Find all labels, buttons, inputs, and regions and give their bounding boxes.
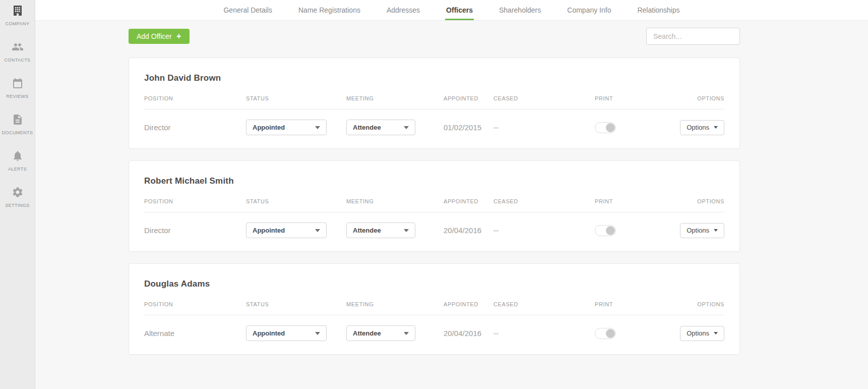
meeting-dropdown[interactable]: Attendee bbox=[346, 120, 415, 135]
document-icon bbox=[12, 113, 24, 126]
calendar-icon bbox=[12, 77, 24, 90]
status-dropdown[interactable]: Appointed bbox=[246, 120, 327, 135]
chevron-down-icon bbox=[714, 332, 718, 335]
meeting-dropdown[interactable]: Attendee bbox=[346, 223, 415, 238]
sidebar-item-alerts[interactable]: ALERTS bbox=[0, 149, 35, 186]
options-button[interactable]: Options bbox=[680, 120, 724, 135]
tab-relationships[interactable]: Relationships bbox=[636, 0, 680, 20]
column-header-status: STATUS bbox=[246, 95, 346, 101]
officer-row: Director Appointed Attendee 01/02/2015 -… bbox=[144, 109, 724, 135]
chevron-down-icon bbox=[404, 126, 409, 129]
options-button[interactable]: Options bbox=[680, 223, 724, 238]
sidebar-item-label: COMPANY bbox=[6, 21, 30, 26]
tab-company-info[interactable]: Company Info bbox=[566, 0, 612, 20]
column-header-meeting: MEETING bbox=[346, 301, 444, 307]
column-header-print: PRINT bbox=[595, 301, 675, 307]
add-officer-button[interactable]: Add Officer + bbox=[129, 29, 190, 44]
ceased-value: -- bbox=[493, 226, 595, 235]
card-column-headers: POSITION STATUS MEETING APPOINTED CEASED… bbox=[144, 198, 724, 212]
officer-card: Douglas Adams POSITION STATUS MEETING AP… bbox=[129, 263, 740, 355]
options-button-label: Options bbox=[687, 227, 709, 234]
column-header-position: POSITION bbox=[144, 301, 246, 307]
sidebar-item-label: SETTINGS bbox=[5, 203, 29, 208]
chevron-down-icon bbox=[404, 332, 409, 335]
sidebar-item-reviews[interactable]: REVIEWS bbox=[0, 77, 35, 113]
toggle-knob bbox=[606, 226, 615, 235]
sidebar-item-company[interactable]: COMPANY bbox=[0, 4, 35, 40]
toggle-knob bbox=[606, 123, 615, 132]
status-dropdown-value: Appointed bbox=[253, 124, 285, 131]
tab-shareholders[interactable]: Shareholders bbox=[498, 0, 542, 20]
sidebar-item-label: REVIEWS bbox=[6, 94, 28, 99]
tab-officers[interactable]: Officers bbox=[445, 0, 474, 20]
column-header-meeting: MEETING bbox=[346, 198, 444, 204]
card-column-headers: POSITION STATUS MEETING APPOINTED CEASED… bbox=[144, 95, 724, 109]
sidebar-item-label: DOCUMENTS bbox=[2, 130, 33, 135]
position-value: Director bbox=[144, 123, 246, 132]
tab-general-details[interactable]: General Details bbox=[222, 0, 273, 20]
bell-icon bbox=[12, 149, 24, 162]
app-window: COMPANY CONTACTS REVIEWS DOCUMENTS ALERT… bbox=[0, 0, 868, 389]
column-header-meeting: MEETING bbox=[346, 95, 444, 101]
ceased-value: -- bbox=[493, 329, 595, 338]
sidebar-item-label: ALERTS bbox=[8, 166, 27, 172]
officer-card: John David Brown POSITION STATUS MEETING… bbox=[129, 58, 740, 149]
options-button-label: Options bbox=[687, 124, 709, 131]
officer-name: Douglas Adams bbox=[144, 279, 724, 289]
column-header-ceased: CEASED bbox=[493, 301, 595, 307]
appointed-date: 20/04/2016 bbox=[444, 329, 493, 338]
options-button[interactable]: Options bbox=[680, 326, 724, 341]
tab-bar: General Details Name Registrations Addre… bbox=[35, 0, 868, 21]
column-header-options: OPTIONS bbox=[697, 95, 724, 101]
column-header-print: PRINT bbox=[595, 95, 675, 101]
chevron-down-icon bbox=[714, 229, 718, 232]
people-icon bbox=[12, 40, 24, 53]
officer-name: John David Brown bbox=[144, 73, 724, 83]
position-value: Alternate bbox=[144, 329, 246, 338]
column-header-position: POSITION bbox=[144, 95, 246, 101]
meeting-dropdown-value: Attendee bbox=[353, 124, 381, 131]
print-toggle[interactable] bbox=[595, 122, 616, 133]
column-header-options: OPTIONS bbox=[697, 301, 724, 307]
appointed-date: 01/02/2015 bbox=[444, 123, 493, 132]
search-input[interactable] bbox=[646, 28, 740, 45]
chevron-down-icon bbox=[714, 126, 718, 129]
column-header-appointed: APPOINTED bbox=[444, 301, 493, 307]
meeting-dropdown-value: Attendee bbox=[353, 329, 381, 337]
column-header-options: OPTIONS bbox=[697, 198, 724, 204]
meeting-dropdown-value: Attendee bbox=[353, 227, 381, 234]
print-toggle[interactable] bbox=[595, 328, 616, 339]
status-dropdown[interactable]: Appointed bbox=[246, 325, 327, 341]
chevron-down-icon bbox=[315, 332, 320, 335]
add-officer-label: Add Officer bbox=[137, 32, 172, 40]
toolbar: Add Officer + bbox=[129, 28, 740, 45]
main-area: General Details Name Registrations Addre… bbox=[35, 0, 868, 389]
officer-card-list: John David Brown POSITION STATUS MEETING… bbox=[129, 58, 740, 355]
chevron-down-icon bbox=[404, 229, 409, 232]
sidebar-item-documents[interactable]: DOCUMENTS bbox=[0, 113, 35, 149]
column-header-position: POSITION bbox=[144, 198, 246, 204]
column-header-status: STATUS bbox=[246, 198, 346, 204]
column-header-appointed: APPOINTED bbox=[444, 95, 493, 101]
toggle-knob bbox=[606, 329, 615, 338]
chevron-down-icon bbox=[315, 126, 320, 129]
print-toggle[interactable] bbox=[595, 225, 616, 236]
options-button-label: Options bbox=[687, 329, 709, 337]
gear-icon bbox=[12, 186, 24, 199]
sidebar-item-contacts[interactable]: CONTACTS bbox=[0, 40, 35, 77]
officer-card: Robert Michael Smith POSITION STATUS MEE… bbox=[129, 160, 740, 252]
column-header-status: STATUS bbox=[246, 301, 346, 307]
ceased-value: -- bbox=[493, 123, 595, 132]
tab-name-registrations[interactable]: Name Registrations bbox=[297, 0, 361, 20]
card-column-headers: POSITION STATUS MEETING APPOINTED CEASED… bbox=[144, 301, 724, 315]
status-dropdown-value: Appointed bbox=[253, 329, 285, 337]
column-header-appointed: APPOINTED bbox=[444, 198, 493, 204]
content-area: Add Officer + John David Brown POSITION … bbox=[35, 21, 868, 389]
column-header-ceased: CEASED bbox=[493, 95, 595, 101]
status-dropdown[interactable]: Appointed bbox=[246, 223, 327, 238]
sidebar-item-settings[interactable]: SETTINGS bbox=[0, 186, 35, 222]
tab-addresses[interactable]: Addresses bbox=[386, 0, 421, 20]
officer-row: Alternate Appointed Attendee 20/04/2016 … bbox=[144, 315, 724, 341]
column-header-print: PRINT bbox=[595, 198, 675, 204]
meeting-dropdown[interactable]: Attendee bbox=[346, 325, 415, 341]
